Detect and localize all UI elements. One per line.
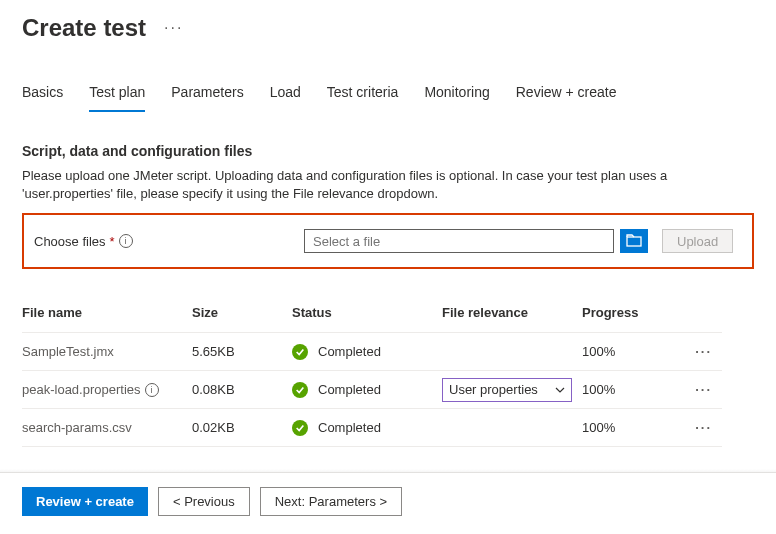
file-name: search-params.csv (22, 420, 132, 435)
info-icon[interactable]: i (145, 383, 159, 397)
files-table: File name Size Status File relevance Pro… (22, 305, 722, 447)
file-name: peak-load.properties (22, 382, 141, 397)
required-asterisk: * (110, 234, 115, 249)
more-icon[interactable]: ··· (164, 19, 183, 37)
relevance-value: User properties (449, 382, 538, 397)
file-size: 0.08KB (192, 382, 292, 397)
row-more-icon[interactable]: ··· (672, 382, 712, 397)
file-select-input[interactable] (304, 229, 614, 253)
table-row: search-params.csv 0.02KB Completed 100% … (22, 409, 722, 447)
check-icon (292, 344, 308, 360)
tab-test-plan[interactable]: Test plan (89, 84, 145, 112)
choose-files-label: Choose files (34, 234, 106, 249)
tab-monitoring[interactable]: Monitoring (424, 84, 489, 112)
tab-load[interactable]: Load (270, 84, 301, 112)
page-title: Create test (22, 14, 146, 42)
file-relevance-select[interactable]: User properties (442, 378, 572, 402)
col-file-name: File name (22, 305, 192, 320)
file-progress: 100% (582, 382, 672, 397)
col-size: Size (192, 305, 292, 320)
chevron-down-icon (555, 387, 565, 393)
file-size: 0.02KB (192, 420, 292, 435)
check-icon (292, 382, 308, 398)
svg-rect-0 (627, 237, 641, 246)
file-name: SampleTest.jmx (22, 344, 114, 359)
tab-test-criteria[interactable]: Test criteria (327, 84, 399, 112)
col-status: Status (292, 305, 442, 320)
file-size: 5.65KB (192, 344, 292, 359)
file-status: Completed (318, 382, 381, 397)
section-desc: Please upload one JMeter script. Uploadi… (22, 167, 754, 203)
folder-icon (626, 234, 642, 248)
table-row: peak-load.properties i 0.08KB Completed … (22, 371, 722, 409)
info-icon[interactable]: i (119, 234, 133, 248)
tab-basics[interactable]: Basics (22, 84, 63, 112)
file-status: Completed (318, 344, 381, 359)
footer-bar: Review + create < Previous Next: Paramet… (0, 472, 776, 516)
col-relevance: File relevance (442, 305, 582, 320)
col-progress: Progress (582, 305, 672, 320)
tab-review-create[interactable]: Review + create (516, 84, 617, 112)
file-progress: 100% (582, 420, 672, 435)
file-status: Completed (318, 420, 381, 435)
section-title: Script, data and configuration files (22, 143, 754, 159)
check-icon (292, 420, 308, 436)
browse-button[interactable] (620, 229, 648, 253)
file-progress: 100% (582, 344, 672, 359)
row-more-icon[interactable]: ··· (672, 344, 712, 359)
review-create-button[interactable]: Review + create (22, 487, 148, 516)
tab-bar: Basics Test plan Parameters Load Test cr… (22, 84, 754, 113)
previous-button[interactable]: < Previous (158, 487, 250, 516)
file-upload-row: Choose files * i Upload (22, 213, 754, 269)
upload-button: Upload (662, 229, 733, 253)
row-more-icon[interactable]: ··· (672, 420, 712, 435)
table-row: SampleTest.jmx 5.65KB Completed 100% ··· (22, 333, 722, 371)
next-button[interactable]: Next: Parameters > (260, 487, 402, 516)
tab-parameters[interactable]: Parameters (171, 84, 243, 112)
